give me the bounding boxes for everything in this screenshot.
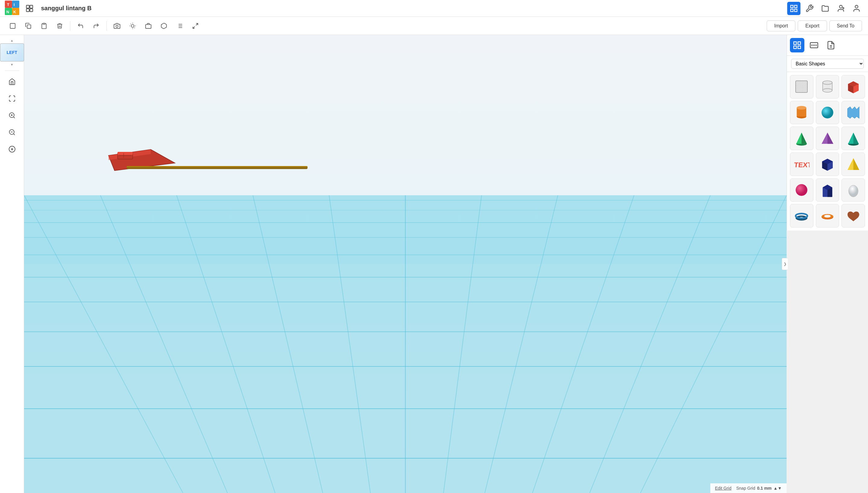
ungroup-button[interactable] (157, 19, 171, 33)
tab-grid-button[interactable] (790, 38, 804, 52)
shape-cube-blue2[interactable] (816, 178, 839, 202)
svg-rect-13 (795, 5, 797, 7)
svg-rect-8 (26, 5, 29, 8)
svg-point-24 (131, 24, 134, 27)
shape-cone-green[interactable] (790, 127, 813, 150)
svg-rect-1 (12, 1, 19, 8)
shapes-library-button[interactable] (5, 142, 19, 156)
svg-line-45 (13, 134, 15, 135)
home-button[interactable] (5, 74, 19, 89)
shapes-grid: TEXT (787, 72, 868, 231)
shape-text-red[interactable]: TEXT (790, 152, 813, 176)
shape-category-select[interactable]: Basic Shapes Letters Math Connectors All (791, 59, 864, 69)
svg-point-130 (824, 215, 831, 217)
fit-to-view-button[interactable] (5, 91, 19, 106)
shape-torus-blue[interactable] (790, 204, 813, 228)
svg-line-41 (13, 117, 15, 118)
snap-grid-value: 0.1 mm (757, 486, 771, 491)
shape-cylinder-orange[interactable] (790, 101, 813, 125)
shape-wavy[interactable] (842, 101, 865, 125)
shape-pyramid-yellow[interactable] (842, 152, 865, 176)
shape-box-striped[interactable] (790, 75, 813, 99)
svg-marker-112 (853, 133, 859, 144)
svg-line-39 (193, 26, 195, 28)
shape-sphere-magenta[interactable] (790, 178, 813, 202)
svg-point-103 (797, 106, 806, 109)
object-rod[interactable] (127, 165, 308, 171)
tab-notes-button[interactable] (824, 38, 838, 52)
svg-rect-80 (798, 42, 801, 45)
shape-category-header: Basic Shapes Letters Math Connectors All (787, 56, 868, 72)
undo-button[interactable] (74, 19, 87, 33)
snap-grid-control: Snap Grid 0.1 mm ▲▼ (736, 486, 782, 491)
delete-button[interactable] (53, 19, 66, 33)
toolbar: Import Export Send To (0, 17, 868, 35)
logo: T I N K (5, 1, 19, 16)
svg-point-123 (848, 185, 858, 197)
right-panel-collapse[interactable]: ❯ (782, 258, 788, 270)
mirror-button[interactable] (189, 19, 202, 33)
profile-button[interactable] (850, 2, 863, 15)
grid-floor (24, 195, 787, 493)
svg-rect-91 (796, 81, 807, 92)
svg-rect-21 (27, 25, 31, 28)
edit-grid-button[interactable]: Edit Grid (715, 486, 732, 491)
svg-rect-74 (118, 152, 133, 155)
svg-point-19 (855, 5, 858, 8)
redo-button[interactable] (89, 19, 103, 33)
svg-line-38 (196, 23, 198, 25)
shape-box-red[interactable] (842, 75, 865, 99)
view-up-arrow[interactable]: ▲ (9, 38, 15, 43)
svg-rect-10 (26, 9, 29, 12)
svg-rect-22 (43, 23, 45, 24)
shape-ring-orange[interactable] (816, 204, 839, 228)
shape-egg-white[interactable] (842, 178, 865, 202)
group-button[interactable] (142, 19, 155, 33)
duplicate-button[interactable] (22, 19, 35, 33)
left-panel: ▲ ◄ LEFT ► ▼ (0, 35, 24, 493)
svg-rect-11 (30, 9, 33, 12)
viewport[interactable]: Edit Grid Snap Grid 0.1 mm ▲▼ (24, 35, 787, 493)
svg-point-16 (839, 5, 842, 8)
hamburger-menu-button[interactable] (23, 2, 36, 15)
snap-grid-label: Snap Grid (736, 486, 755, 491)
copy-button[interactable] (37, 19, 51, 33)
svg-marker-109 (827, 133, 833, 144)
export-button[interactable]: Export (798, 21, 827, 31)
svg-rect-31 (146, 24, 151, 28)
tab-ruler-button[interactable] (807, 38, 821, 52)
tools-button[interactable] (803, 2, 816, 15)
right-panel-tabs (787, 35, 868, 56)
grid-view-button[interactable] (787, 2, 801, 15)
import-button[interactable]: Import (767, 21, 795, 31)
view-cube-box[interactable]: LEFT (0, 43, 24, 62)
svg-rect-14 (791, 9, 793, 12)
svg-text:K: K (13, 9, 16, 14)
svg-marker-107 (802, 133, 807, 144)
shape-cylinder-outline[interactable] (816, 75, 839, 99)
shape-cone-teal[interactable] (842, 127, 865, 150)
screenshot-button[interactable] (110, 19, 124, 33)
send-to-button[interactable]: Send To (829, 21, 862, 31)
light-button[interactable] (126, 19, 139, 33)
shape-brown[interactable] (842, 204, 865, 228)
snap-stepper[interactable]: ▲▼ (773, 486, 782, 491)
projects-button[interactable] (819, 2, 832, 15)
shape-box-blue[interactable] (816, 152, 839, 176)
zoom-out-button[interactable] (5, 125, 19, 140)
svg-rect-15 (795, 9, 797, 12)
add-user-button[interactable] (834, 2, 847, 15)
shape-sphere-teal[interactable] (816, 101, 839, 125)
navbar: T I N K sanggul lintang B (0, 0, 868, 17)
status-bar: Edit Grid Snap Grid 0.1 mm ▲▼ (710, 484, 787, 493)
svg-rect-20 (10, 23, 15, 28)
svg-point-97 (823, 89, 832, 92)
shape-pyramid-purple[interactable] (816, 127, 839, 150)
view-down-arrow[interactable]: ▼ (9, 62, 15, 67)
main-content: ▲ ◄ LEFT ► ▼ (0, 35, 868, 493)
align-button[interactable] (173, 19, 186, 33)
new-button[interactable] (6, 19, 19, 33)
zoom-in-button[interactable] (5, 108, 19, 123)
view-label: LEFT (7, 50, 17, 55)
svg-line-27 (130, 23, 131, 24)
